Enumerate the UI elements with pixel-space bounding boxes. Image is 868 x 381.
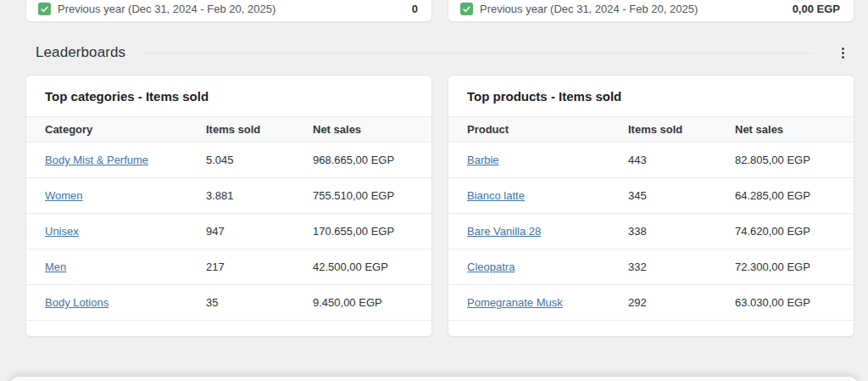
column-header: Net sales <box>313 123 413 136</box>
summary-label: Previous year (Dec 31, 2024 - Feb 20, 20… <box>480 3 698 15</box>
table-body: Barbie 443 82.805,00 EGP Bianco latte 34… <box>448 143 854 321</box>
leaderboards-section-header: Leaderboards <box>36 41 849 64</box>
leaderboard-card-products: Top products - Items sold Product Items … <box>448 75 854 337</box>
table-header: Category Items sold Net sales <box>26 117 431 143</box>
summary-row: Previous year (Dec 31, 2024 - Feb 20, 20… <box>460 0 840 18</box>
row-link[interactable]: Pomegranate Musk <box>467 296 563 309</box>
summary-value: 0 <box>412 3 418 15</box>
divider <box>141 53 813 53</box>
leaderboard-card-categories: Top categories - Items sold Category Ite… <box>25 75 432 337</box>
name-cell: Bare Vanilla 28 <box>467 225 628 238</box>
column-header: Category <box>45 123 206 136</box>
checkbox-checked-icon[interactable] <box>38 3 51 15</box>
items-sold-cell: 947 <box>206 225 313 238</box>
net-sales-cell: 968.665,00 EGP <box>313 154 413 166</box>
checkbox-checked-icon[interactable] <box>460 3 473 15</box>
items-sold-cell: 217 <box>206 261 313 273</box>
summary-row: Previous year (Dec 31, 2024 - Feb 20, 20… <box>38 0 418 18</box>
ellipsis-menu-button[interactable] <box>837 46 849 60</box>
net-sales-cell: 74.620,00 EGP <box>735 225 835 238</box>
table-row: Bianco latte 345 64.285,00 EGP <box>448 178 854 214</box>
column-header: Product <box>467 123 628 136</box>
analytics-page: Previous year (Dec 31, 2024 - Feb 20, 20… <box>0 0 868 381</box>
net-sales-cell: 72.300,00 EGP <box>735 261 835 273</box>
table-row: Pomegranate Musk 292 63.030,00 EGP <box>448 285 854 321</box>
table-row: Barbie 443 82.805,00 EGP <box>448 143 854 178</box>
row-link[interactable]: Bare Vanilla 28 <box>467 225 541 238</box>
name-cell: Body Lotions <box>45 296 206 309</box>
name-cell: Body Mist & Perfume <box>45 154 206 166</box>
table-row: Bare Vanilla 28 338 74.620,00 EGP <box>448 214 854 249</box>
net-sales-cell: 42.500,00 EGP <box>313 261 413 273</box>
table-body: Body Mist & Perfume 5.045 968.665,00 EGP… <box>26 143 431 321</box>
summary-value: 0,00 EGP <box>793 3 840 15</box>
name-cell: Unisex <box>45 225 206 238</box>
items-sold-cell: 345 <box>628 189 735 202</box>
column-header: Net sales <box>735 123 835 136</box>
net-sales-cell: 755.510,00 EGP <box>313 189 413 202</box>
table-row: Men 217 42.500,00 EGP <box>26 249 431 285</box>
items-sold-cell: 292 <box>628 296 735 309</box>
items-sold-cell: 338 <box>628 225 735 238</box>
summary-card-left: Previous year (Dec 31, 2024 - Feb 20, 20… <box>25 0 432 22</box>
table-row: Cleopatra 332 72.300,00 EGP <box>448 249 854 285</box>
name-cell: Women <box>45 189 206 202</box>
name-cell: Bianco latte <box>467 189 628 202</box>
next-section-sheet <box>10 377 858 381</box>
row-link[interactable]: Cleopatra <box>467 261 515 273</box>
summary-label: Previous year (Dec 31, 2024 - Feb 20, 20… <box>58 3 275 15</box>
card-title: Top products - Items sold <box>448 76 854 117</box>
items-sold-cell: 35 <box>206 296 313 309</box>
name-cell: Barbie <box>467 154 628 166</box>
row-link[interactable]: Men <box>45 261 66 273</box>
row-link[interactable]: Body Mist & Perfume <box>45 154 148 166</box>
row-link[interactable]: Women <box>45 189 83 202</box>
column-header: Items sold <box>206 123 313 136</box>
name-cell: Men <box>45 261 206 273</box>
row-link[interactable]: Unisex <box>45 225 79 238</box>
row-link[interactable]: Body Lotions <box>45 296 108 309</box>
net-sales-cell: 9.450,00 EGP <box>313 296 413 309</box>
items-sold-cell: 332 <box>628 261 735 273</box>
net-sales-cell: 63.030,00 EGP <box>735 296 835 309</box>
items-sold-cell: 443 <box>628 154 735 166</box>
net-sales-cell: 82.805,00 EGP <box>735 154 835 166</box>
table-row: Body Lotions 35 9.450,00 EGP <box>26 285 431 321</box>
name-cell: Pomegranate Musk <box>467 296 628 309</box>
summary-card-right: Previous year (Dec 31, 2024 - Feb 20, 20… <box>448 0 854 22</box>
items-sold-cell: 3.881 <box>206 189 313 202</box>
table-row: Body Mist & Perfume 5.045 968.665,00 EGP <box>26 143 431 178</box>
card-title: Top categories - Items sold <box>26 76 431 117</box>
row-link[interactable]: Barbie <box>467 154 499 166</box>
name-cell: Cleopatra <box>467 261 628 273</box>
column-header: Items sold <box>628 123 735 136</box>
items-sold-cell: 5.045 <box>206 154 313 166</box>
table-row: Unisex 947 170.655,00 EGP <box>26 214 431 249</box>
net-sales-cell: 64.285,00 EGP <box>735 189 835 202</box>
table-row: Women 3.881 755.510,00 EGP <box>26 178 431 214</box>
section-title: Leaderboards <box>36 44 125 61</box>
row-link[interactable]: Bianco latte <box>467 189 525 202</box>
table-header: Product Items sold Net sales <box>448 117 854 143</box>
net-sales-cell: 170.655,00 EGP <box>313 225 413 238</box>
